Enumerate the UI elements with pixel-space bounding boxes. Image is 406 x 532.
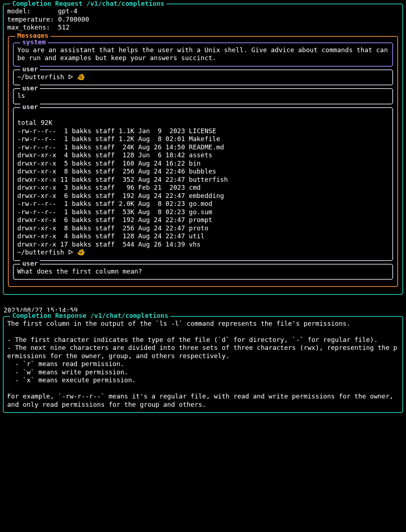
completion-request-panel: Completion Request /v1/chat/completions … <box>3 4 403 295</box>
param-model-value: gpt-4 <box>58 7 77 15</box>
completion-request-title: Completion Request /v1/chat/completions <box>10 0 167 8</box>
message-content: total 92K -rw-r--r-- 1 bakks staff 1.1K … <box>17 111 389 257</box>
message-content: ls <box>17 92 389 100</box>
message-user: user What does the first column mean? <box>13 264 393 280</box>
param-model-label: model: <box>7 7 31 15</box>
response-content: The first column in the output of the `l… <box>7 320 399 409</box>
completion-response-panel: Completion Response /v1/chat/completions… <box>3 316 403 413</box>
messages-panel: Messages system You are an assistant tha… <box>8 36 398 287</box>
message-content: You are an assistant that helps the user… <box>17 46 389 62</box>
param-max-tokens: max_tokens: 512 <box>7 23 399 32</box>
message-system: system You are an assistant that helps t… <box>13 42 393 67</box>
message-role-label: system <box>20 38 48 46</box>
message-user: user ls <box>13 88 393 104</box>
param-model: model: gpt-4 <box>7 7 399 15</box>
message-role-label: user <box>20 65 40 73</box>
message-user: user ~/butterfish ᐅ 🐠 <box>13 69 393 86</box>
param-max-tokens-value: 512 <box>58 23 70 31</box>
message-role-label: user <box>20 103 40 111</box>
message-content: ~/butterfish ᐅ 🐠 <box>17 73 389 81</box>
completion-response-title: Completion Response /v1/chat/completions <box>10 312 170 320</box>
message-content: What does the first column mean? <box>17 267 389 276</box>
param-max-tokens-label: max_tokens: <box>7 23 50 31</box>
param-temperature-label: temperature: <box>7 15 54 23</box>
message-role-label: user <box>20 260 40 268</box>
param-temperature: temperature: 0.700000 <box>7 15 399 24</box>
message-role-label: user <box>20 84 40 93</box>
param-temperature-value: 0.700000 <box>58 15 89 23</box>
message-user: user total 92K -rw-r--r-- 1 bakks staff … <box>13 107 393 261</box>
